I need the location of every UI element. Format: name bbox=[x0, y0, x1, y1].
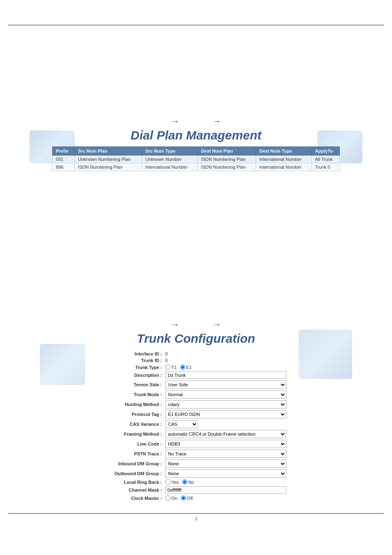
table-cell: ISDN Numbering Plan bbox=[198, 163, 256, 171]
row-hunting-method: Hunting Method : rotary cyclic random bbox=[106, 400, 286, 409]
row-local-ring-back: Local Ring Back : Yes No bbox=[106, 479, 286, 485]
label-pstn-trace: PSTN Trace : bbox=[106, 451, 165, 456]
select-termin-side[interactable]: User Side Network Side bbox=[165, 381, 286, 389]
select-trunk-mode[interactable]: Normal Loopback bbox=[165, 390, 286, 399]
dial-plan-table: Prefix Src Num Plan Src Num Type Dest Nu… bbox=[52, 146, 340, 171]
row-outbound-dm: Outbound DM Group : None bbox=[106, 469, 286, 478]
dial-plan-section: → → Dial Plan Management Prefix Src Num … bbox=[52, 116, 340, 171]
table-cell: 886 bbox=[53, 163, 75, 171]
row-interface-id: Interface ID : 0 bbox=[106, 351, 286, 356]
radio-t1[interactable] bbox=[165, 365, 171, 370]
value-outbound-dm[interactable]: None bbox=[165, 469, 286, 478]
label-trunk-type: Trunk Type : bbox=[106, 365, 165, 370]
row-clock-master: Clock Master : On Off bbox=[106, 495, 286, 501]
label-outbound-dm: Outbound DM Group : bbox=[106, 471, 165, 476]
radio-e1[interactable] bbox=[180, 365, 185, 370]
value-trunk-id: 0 bbox=[165, 358, 286, 363]
row-termin-side: Termin Side : User Side Network Side bbox=[106, 381, 286, 389]
radio-on[interactable] bbox=[165, 495, 171, 501]
trunk-config-title: Trunk Configuration bbox=[52, 332, 340, 346]
value-framing-method[interactable]: automatic CRC4 or Double Frame selection… bbox=[165, 430, 286, 438]
row-framing-method: Framing Method : automatic CRC4 or Doubl… bbox=[106, 430, 286, 438]
value-termin-side[interactable]: User Side Network Side bbox=[165, 381, 286, 389]
page-number: 3 bbox=[0, 516, 392, 521]
radio-no-label[interactable]: No bbox=[182, 479, 194, 485]
table-cell: International Number bbox=[142, 163, 198, 171]
label-trunk-id: Trunk ID : bbox=[106, 358, 165, 363]
input-channel-mask[interactable] bbox=[165, 486, 286, 494]
radio-yes[interactable] bbox=[165, 479, 171, 485]
value-cas-variance[interactable]: CAS bbox=[165, 420, 286, 428]
table-cell: Trunk 0 bbox=[311, 163, 339, 171]
col-src-num-plan: Src Num Plan bbox=[74, 147, 142, 156]
table-cell: ISDN Numbering Plan bbox=[198, 156, 256, 163]
arrow-right-trunk-icon: → bbox=[212, 319, 221, 330]
label-interface-id: Interface ID : bbox=[106, 351, 165, 356]
select-cas-variance[interactable]: CAS bbox=[165, 420, 198, 428]
dial-plan-title: Dial Plan Management bbox=[52, 128, 340, 142]
label-protocol-tag: Protocol Tag : bbox=[106, 412, 165, 417]
value-protocol-tag[interactable]: E1 EURO ISDN E1 National ISDN T1 NI2 bbox=[165, 410, 286, 418]
table-cell: 031 bbox=[53, 156, 75, 163]
value-hunting-method[interactable]: rotary cyclic random bbox=[165, 400, 286, 409]
table-cell: International Number bbox=[256, 163, 312, 171]
radio-e1-label[interactable]: E1 bbox=[180, 365, 191, 370]
radio-off[interactable] bbox=[181, 495, 186, 501]
row-channel-mask: Channel Mask : bbox=[106, 486, 286, 494]
row-description: Description : bbox=[106, 372, 286, 379]
col-src-num-type: Src Num Type bbox=[142, 147, 198, 156]
bg-left-trunk bbox=[40, 344, 85, 385]
value-interface-id: 0 bbox=[165, 351, 286, 356]
label-hunting-method: Hunting Method : bbox=[106, 402, 165, 407]
dial-plan-arrows: → → bbox=[52, 116, 340, 127]
row-line-code: Line Code : HDB3 B8ZS AMI bbox=[106, 440, 286, 448]
col-dest-num-plan: Dest Num Plan bbox=[198, 147, 256, 156]
select-outbound-dm[interactable]: None bbox=[165, 469, 286, 478]
row-pstn-trace: PSTN Trace : No Trace Trace bbox=[106, 450, 286, 458]
col-applyto: ApplyTo bbox=[311, 147, 339, 156]
trunk-form: Interface ID : 0 Trunk ID : 0 Trunk Type… bbox=[106, 351, 286, 501]
row-cas-variance: CAS Variance : CAS bbox=[106, 420, 286, 428]
table-cell: Unknown Number bbox=[142, 156, 198, 163]
value-inbound-dm[interactable]: None bbox=[165, 460, 286, 468]
top-border bbox=[8, 25, 384, 26]
value-clock-master: On Off bbox=[165, 495, 286, 501]
row-inbound-dm: Inbound DM Group : None bbox=[106, 460, 286, 468]
trunk-config-section: → → Trunk Configuration Interface ID : 0… bbox=[52, 319, 340, 501]
select-hunting-method[interactable]: rotary cyclic random bbox=[165, 400, 286, 409]
select-pstn-trace[interactable]: No Trace Trace bbox=[165, 450, 286, 458]
value-pstn-trace[interactable]: No Trace Trace bbox=[165, 450, 286, 458]
radio-t1-label[interactable]: T1 bbox=[165, 365, 177, 370]
label-local-ring-back: Local Ring Back : bbox=[106, 480, 165, 485]
value-line-code[interactable]: HDB3 B8ZS AMI bbox=[165, 440, 286, 448]
label-description: Description : bbox=[106, 373, 165, 378]
input-description[interactable] bbox=[165, 372, 286, 379]
value-trunk-type: T1 E1 bbox=[165, 365, 286, 370]
arrow-left-trunk-icon: → bbox=[171, 319, 180, 330]
select-inbound-dm[interactable]: None bbox=[165, 460, 286, 468]
radio-yes-label[interactable]: Yes bbox=[165, 479, 179, 485]
select-framing-method[interactable]: automatic CRC4 or Double Frame selection… bbox=[165, 430, 286, 438]
col-prefix: Prefix bbox=[53, 147, 75, 156]
radio-no[interactable] bbox=[182, 479, 187, 485]
row-trunk-id: Trunk ID : 0 bbox=[106, 358, 286, 363]
col-dest-num-type: Dest Num Type bbox=[256, 147, 312, 156]
radio-on-label[interactable]: On bbox=[165, 495, 178, 501]
value-description[interactable] bbox=[165, 372, 286, 379]
label-cas-variance: CAS Variance : bbox=[106, 422, 165, 427]
label-trunk-mode: Trunk Mode : bbox=[106, 392, 165, 397]
row-protocol-tag: Protocol Tag : E1 EURO ISDN E1 National … bbox=[106, 410, 286, 418]
row-trunk-type: Trunk Type : T1 E1 bbox=[106, 365, 286, 370]
value-channel-mask[interactable] bbox=[165, 486, 286, 494]
table-cell: International Number bbox=[256, 156, 312, 163]
select-protocol-tag[interactable]: E1 EURO ISDN E1 National ISDN T1 NI2 bbox=[165, 410, 286, 418]
label-channel-mask: Channel Mask : bbox=[106, 488, 165, 492]
arrow-left-icon: → bbox=[171, 116, 180, 127]
value-trunk-mode[interactable]: Normal Loopback bbox=[165, 390, 286, 399]
radio-off-label[interactable]: Off bbox=[181, 495, 193, 501]
select-line-code[interactable]: HDB3 B8ZS AMI bbox=[165, 440, 286, 448]
table-row: 031Unknown Numbering PlanUnknown NumberI… bbox=[53, 156, 340, 163]
label-framing-method: Framing Method : bbox=[106, 432, 165, 437]
row-trunk-mode: Trunk Mode : Normal Loopback bbox=[106, 390, 286, 399]
bottom-border bbox=[8, 513, 384, 514]
